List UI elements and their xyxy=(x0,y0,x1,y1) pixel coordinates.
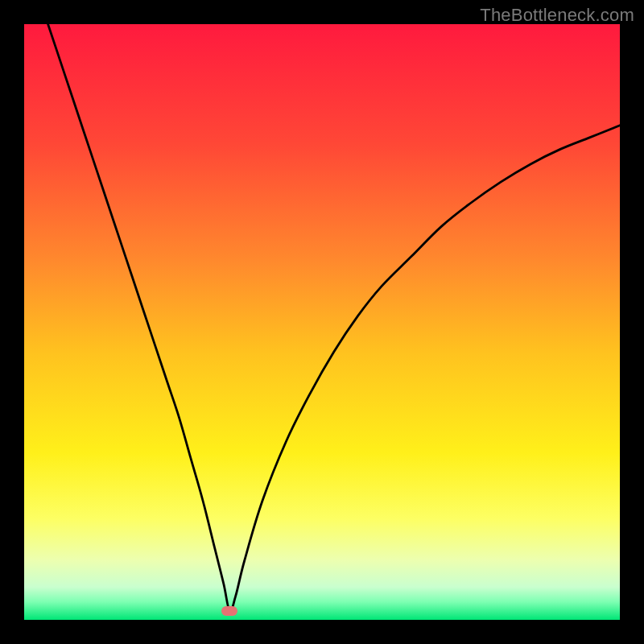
plot-area xyxy=(24,24,620,620)
chart-frame: TheBottleneck.com xyxy=(0,0,644,644)
optimal-point-marker xyxy=(221,606,237,616)
bottleneck-curve xyxy=(24,24,620,620)
attribution-watermark: TheBottleneck.com xyxy=(480,5,634,26)
